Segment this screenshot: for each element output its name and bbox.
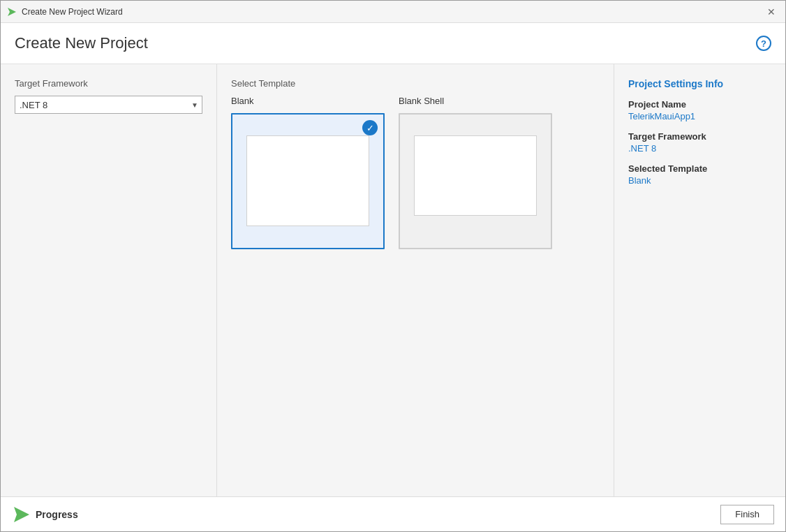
project-name-label: Project Name [628,99,771,110]
blank-template-label: Blank [231,96,385,106]
blank-shell-template-card[interactable] [399,113,552,249]
content-area: Target Framework .NET 8 .NET 7 .NET 6 ▼ … [1,64,785,496]
project-settings-title: Project Settings Info [628,78,771,89]
progress-logo-icon [12,505,31,524]
template-grid: Blank ✓ Blank Shell [231,96,600,249]
selected-template-info-value: Blank [628,175,771,186]
progress-logo-text: Progress [36,509,78,520]
title-bar-left: Create New Project Wizard [6,6,123,17]
middle-panel: Select Template Blank ✓ Blank Shell [217,64,614,496]
close-button[interactable]: ✕ [763,3,780,20]
svg-marker-0 [8,8,16,16]
blank-shell-template-item: Blank Shell [399,96,552,249]
target-fw-info-value: .NET 8 [628,143,771,154]
selected-check-icon: ✓ [362,120,378,135]
main-window: Create New Project Wizard ✕ Create New P… [0,0,786,532]
title-bar-title: Create New Project Wizard [22,7,123,17]
footer: Progress Finish [1,496,785,531]
svg-marker-1 [14,507,29,522]
header: Create New Project ? [1,23,785,64]
blank-shell-template-preview [414,135,537,216]
project-name-value: TelerikMauiApp1 [628,111,771,121]
left-panel: Target Framework .NET 8 .NET 7 .NET 6 ▼ [1,64,217,496]
finish-button[interactable]: Finish [720,505,774,524]
app-icon [6,6,17,17]
progress-logo: Progress [12,505,78,524]
right-panel: Project Settings Info Project Name Teler… [614,64,785,496]
help-button[interactable]: ? [756,36,771,51]
target-framework-label: Target Framework [15,78,202,89]
title-bar: Create New Project Wizard ✕ [1,1,785,23]
blank-template-card[interactable]: ✓ [231,113,385,249]
blank-template-item: Blank ✓ [231,96,385,249]
select-template-label: Select Template [231,78,600,89]
target-fw-info-label: Target Framework [628,131,771,142]
blank-template-preview [246,135,369,226]
selected-template-info-label: Selected Template [628,163,771,174]
page-title: Create New Project [15,34,148,52]
framework-dropdown-wrapper: .NET 8 .NET 7 .NET 6 ▼ [15,96,202,114]
framework-dropdown[interactable]: .NET 8 .NET 7 .NET 6 [15,96,202,114]
blank-shell-template-label: Blank Shell [399,96,552,106]
